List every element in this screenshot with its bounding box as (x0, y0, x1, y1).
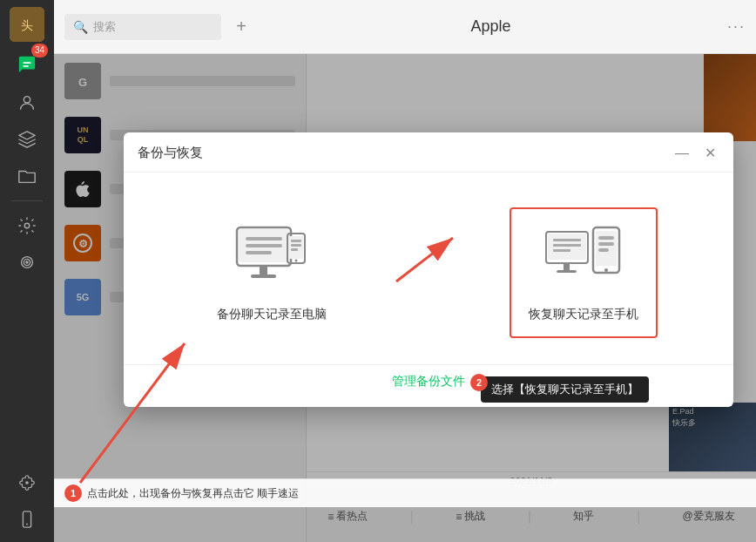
svg-rect-20 (246, 251, 272, 254)
main-area: 🔍 搜索 + Apple ··· G UNQL (54, 0, 756, 542)
tooltip-bubble: 选择【恢复聊天记录至手机】 (481, 376, 649, 403)
svg-point-8 (25, 261, 29, 264)
backup-to-pc-label: 备份聊天记录至电脑 (217, 307, 327, 322)
svg-rect-26 (291, 244, 301, 247)
sidebar-bottom (11, 467, 43, 535)
svg-rect-41 (598, 242, 614, 246)
svg-rect-22 (251, 274, 276, 278)
annotation-text-1: 点击此处，出现备份与恢复再点击它 顺手速运 (87, 486, 299, 501)
close-button[interactable]: ✕ (701, 143, 719, 163)
arrow-container (392, 234, 462, 286)
restore-to-phone-option[interactable]: 恢复聊天记录至手机 (510, 207, 658, 338)
svg-rect-10 (23, 512, 30, 527)
monitor-icon (228, 223, 315, 293)
contacts-nav-icon[interactable] (11, 87, 43, 119)
sidebar-divider (11, 200, 43, 201)
svg-rect-27 (291, 248, 298, 251)
svg-point-5 (24, 223, 30, 228)
backup-to-pc-option[interactable]: 备份聊天记录至电脑 (199, 209, 344, 336)
svg-point-4 (24, 97, 30, 103)
page-title: Apple (261, 17, 720, 36)
restore-to-phone-label: 恢复聊天记录至手机 (529, 307, 638, 322)
search-box[interactable]: 🔍 搜索 (64, 14, 221, 40)
svg-point-9 (25, 481, 29, 484)
svg-rect-33 (553, 239, 581, 241)
minimize-button[interactable]: — (672, 144, 692, 163)
svg-rect-25 (291, 240, 301, 242)
search-icon: 🔍 (73, 20, 88, 34)
svg-rect-21 (260, 266, 267, 274)
plugin-nav-icon[interactable] (11, 467, 43, 498)
more-button[interactable]: ··· (727, 17, 746, 36)
svg-rect-36 (564, 263, 570, 270)
chat-nav-item[interactable]: 34 (10, 47, 44, 82)
svg-rect-34 (553, 244, 581, 247)
settings-nav-icon[interactable] (11, 210, 43, 241)
phone-nav-icon[interactable] (11, 504, 43, 535)
svg-text:头: 头 (21, 18, 33, 32)
topbar: 🔍 搜索 + Apple ··· (54, 0, 756, 54)
content-area: G UNQL (54, 54, 756, 542)
svg-point-11 (26, 524, 28, 525)
box-nav-icon[interactable] (11, 124, 43, 155)
svg-rect-18 (246, 237, 282, 241)
backup-dialog: 备份与恢复 — ✕ (124, 132, 733, 407)
search-input-label: 搜索 (93, 19, 116, 35)
unread-badge: 34 (31, 44, 48, 58)
svg-rect-42 (598, 248, 609, 252)
svg-line-30 (396, 238, 453, 281)
dialog-titlebar: 备份与恢复 — ✕ (124, 132, 733, 173)
dialog-title: 备份与恢复 (138, 145, 203, 161)
svg-point-28 (295, 260, 298, 262)
dialog-controls: — ✕ (672, 143, 719, 163)
add-button[interactable]: + (228, 14, 254, 40)
svg-rect-3 (23, 65, 28, 67)
svg-rect-2 (23, 62, 30, 64)
dialog-body: 备份聊天记录至电脑 (124, 173, 733, 364)
phone-restore-icon (540, 223, 627, 293)
svg-rect-19 (246, 244, 282, 247)
svg-rect-35 (553, 249, 570, 252)
bottom-annotation: 1 点击此处，出现备份与恢复再点击它 顺手速运 (54, 478, 756, 507)
svg-rect-24 (289, 236, 303, 259)
svg-rect-40 (598, 236, 614, 240)
folder-nav-icon[interactable] (11, 160, 43, 192)
svg-rect-37 (557, 270, 577, 273)
annotation-circle-2: 2 (470, 374, 488, 391)
svg-point-43 (604, 268, 608, 272)
avatar[interactable]: 头 (10, 7, 44, 42)
annotation-circle-1: 1 (64, 484, 82, 502)
sidebar: 头 34 (0, 0, 54, 542)
camera-nav-icon[interactable] (11, 247, 43, 278)
